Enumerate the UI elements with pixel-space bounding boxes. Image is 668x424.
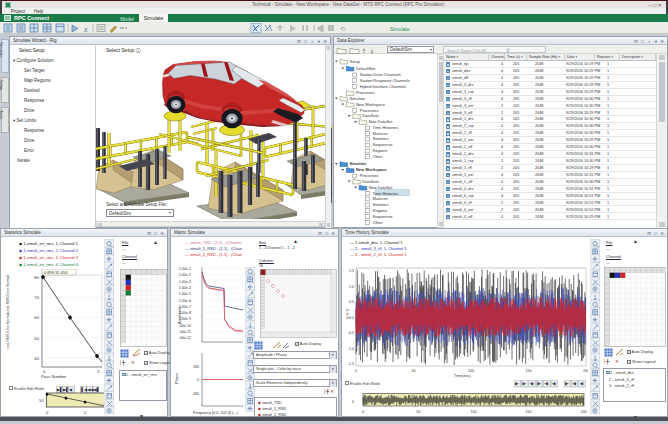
svg-text:0: 0 — [362, 410, 364, 414]
svg-text:50: 50 — [34, 336, 39, 341]
svg-text:150: 150 — [526, 410, 532, 414]
svg-text:1.0: 1.0 — [349, 285, 354, 289]
svg-text:1.00e-6: 1.00e-6 — [179, 299, 191, 303]
svg-text:0: 0 — [352, 400, 354, 404]
svg-text:200: 200 — [581, 410, 587, 414]
svg-text:2: 2 — [84, 410, 87, 415]
svg-text:0: 0 — [355, 369, 357, 373]
svg-text:1.00e-8: 1.00e-8 — [179, 311, 191, 315]
svg-text:70: 70 — [34, 295, 39, 300]
svg-text:0.899 35.654: 0.899 35.654 — [44, 270, 68, 275]
svg-text:0.0: 0.0 — [349, 316, 354, 320]
svg-text:⟲: ⟲ — [340, 26, 345, 32]
svg-text:1.00e-5: 1.00e-5 — [179, 292, 191, 296]
svg-text:50: 50 — [412, 369, 416, 373]
svg-text:60: 60 — [34, 315, 39, 320]
svg-text:1.00e-4: 1.00e-4 — [179, 286, 191, 290]
svg-text:0: 0 — [46, 410, 49, 415]
svg-text:-0.5: -0.5 — [348, 331, 354, 335]
svg-text:-1.5: -1.5 — [348, 362, 354, 366]
svg-text:50: 50 — [416, 410, 420, 414]
svg-text:-1.0: -1.0 — [348, 347, 354, 351]
svg-text:1.00e-11: 1.00e-11 — [179, 330, 191, 334]
svg-text:1.00e-3: 1.00e-3 — [179, 280, 191, 284]
svg-text:40: 40 — [34, 356, 39, 361]
svg-text:100: 100 — [468, 369, 474, 373]
svg-text:2: 2 — [97, 369, 100, 374]
svg-text:180: 180 — [193, 365, 199, 369]
svg-text:0: 0 — [197, 378, 199, 382]
svg-text:1.00e-12: 1.00e-12 — [179, 336, 191, 340]
svg-text:x: x — [83, 25, 88, 34]
svg-text:1.00e-7: 1.00e-7 — [179, 305, 191, 309]
svg-text:0.5: 0.5 — [349, 300, 354, 304]
svg-text:1.5: 1.5 — [349, 269, 354, 273]
svg-text:200: 200 — [583, 369, 588, 373]
svg-text:100: 100 — [470, 410, 476, 414]
svg-text:-180: -180 — [192, 392, 199, 396]
svg-text:150: 150 — [526, 369, 532, 373]
svg-text:1.00e-2: 1.00e-2 — [179, 273, 191, 277]
svg-text:80: 80 — [34, 275, 39, 280]
svg-text:1.00e-9: 1.00e-9 — [179, 317, 191, 321]
svg-text:1.00e-10: 1.00e-10 — [179, 324, 191, 328]
svg-text:Simulate: Simulate — [390, 26, 410, 32]
svg-text:1.00e-1: 1.00e-1 — [179, 267, 191, 271]
svg-text:50: 50 — [39, 398, 44, 403]
